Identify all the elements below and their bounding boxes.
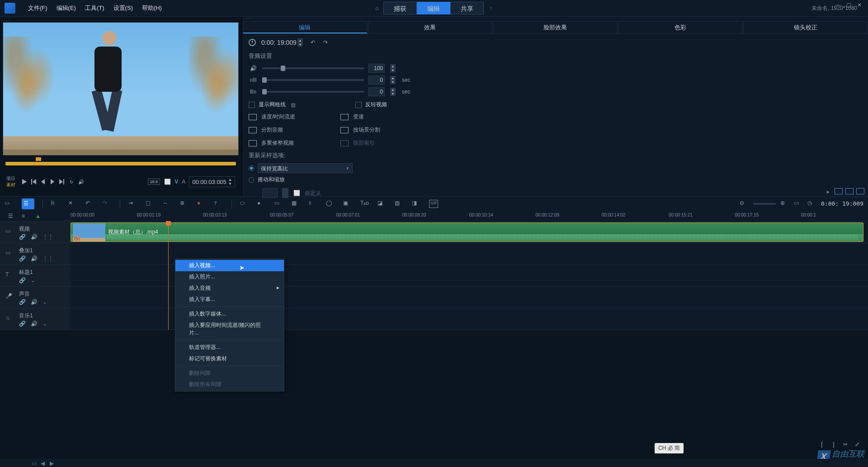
fadein-input[interactable] [368,75,385,85]
undo-rotate-icon[interactable]: ↶ [308,39,317,46]
resize-icon[interactable]: ⬜ [164,178,171,185]
radio-keep-aspect[interactable] [249,165,254,171]
loop-icon[interactable]: ↻ [68,178,75,185]
grid-checkbox[interactable] [249,102,255,108]
goto-end-icon[interactable] [58,178,66,185]
swatch-dropdown-icon[interactable] [282,188,288,198]
mark-out-icon[interactable]: ] [830,441,837,448]
tab-effects[interactable]: 效果 [368,21,492,33]
action-multi-trim[interactable]: 多重修整视频 [249,139,295,147]
video-clip[interactable]: 🔊视频素材（总）.mp4 [71,222,863,242]
upload-icon[interactable]: ↑ [487,5,495,12]
zoom-in-icon[interactable]: ⊕ [780,200,789,208]
track-header[interactable]: ♫音乐1🔗🔊⌄ [0,308,71,330]
mark-in-icon[interactable]: [ [818,441,826,448]
motion-icon[interactable]: ◯ [326,200,335,208]
fadeout-slider[interactable] [262,91,364,93]
nav-edit[interactable]: 编辑 [417,2,450,14]
spin-up-icon[interactable]: ▲ [297,38,303,42]
track-lock-icon[interactable]: ⋮⋮ [42,255,48,261]
cut-icon[interactable]: ✂ [842,441,849,448]
ctx-item[interactable]: 插入字幕... [175,294,284,305]
split-screen-icon[interactable]: ◪ [377,200,387,208]
zoom-out-icon[interactable]: ⊖ [740,200,749,208]
play-icon[interactable] [20,178,28,185]
expand-tracks-icon[interactable]: ▲ [35,213,42,219]
fadein-slider[interactable] [262,79,364,81]
copy-icon[interactable]: ⎘ [51,200,60,208]
zoom-slider[interactable] [753,203,776,205]
menu-file[interactable]: 文件(F) [24,4,52,12]
goto-start-icon[interactable] [30,178,37,185]
expand-icon[interactable]: ⤢ [854,441,861,448]
action-split-audio[interactable]: 分割音频 [249,126,295,134]
color-swatch[interactable] [262,188,278,198]
storyboard-view-icon[interactable]: ▭ [5,200,14,208]
track-chev-icon[interactable]: ⌄ [42,321,48,326]
ctx-item[interactable]: 插入音频▸ [175,283,284,294]
collapse-tracks-icon[interactable]: ≡ [22,213,29,219]
track-vol-icon[interactable]: 🔊 [31,299,36,304]
nav-share[interactable]: 共享 [450,2,484,14]
ctx-item[interactable]: 插入视频... [175,260,284,271]
track-vol-icon[interactable]: 🔊 [31,255,36,261]
next-frame-icon[interactable] [49,178,56,185]
pan-icon[interactable]: ▧ [395,200,404,208]
ctx-item[interactable]: 插入要应用时间流逝/频闪的照片... [175,320,284,339]
maximize-icon[interactable]: ▢ [846,2,853,8]
preview-timecode[interactable]: 00:00:03:005 ▲▼ [189,176,235,187]
tab-lens[interactable]: 镜头校正 [743,21,868,33]
track-header[interactable]: 🎤声音🔗🔊⌄ [0,287,71,308]
fit-icon[interactable]: ▢ [146,200,155,208]
ctx-item[interactable]: 标记可替换素材 [175,353,284,364]
close-icon[interactable]: ✕ [857,2,863,8]
preview-scrubber[interactable] [3,157,239,168]
aspect-toggle[interactable]: 16:9 [148,179,160,185]
action-varispeed[interactable]: 变速 [340,113,380,121]
panel-layout-icon-3[interactable] [856,188,864,194]
grip-icon[interactable]: ::::::::: [242,17,868,19]
resample-dropdown[interactable]: 保持宽高比 [258,163,353,173]
3d-icon[interactable]: T₃ᴅ [360,200,369,208]
mode-project-label[interactable]: 项目 [6,175,15,182]
transition-icon[interactable]: ⬭ [240,200,249,208]
track-header[interactable]: ▭叠加1🔗🔊⋮⋮ [0,243,71,264]
tools-icon[interactable]: ✕ [68,200,77,208]
ctx-item[interactable]: 轨道管理器... [175,342,284,353]
volume-input[interactable] [368,64,385,73]
scroll-right-icon[interactable]: ▶ [50,460,55,466]
track-vol-icon[interactable]: 🔊 [31,321,36,326]
spin-down-icon[interactable]: ▼ [297,42,303,47]
tab-face[interactable]: 脸部效果 [493,21,618,33]
track-vol-icon[interactable]: 🔊 [31,234,36,239]
track-icon[interactable]: ⫴ [309,200,318,208]
timeline-view-icon[interactable]: ☰ [22,198,34,209]
spin-down-icon[interactable]: ▼ [390,92,396,96]
panel-layout-icon-2[interactable] [845,188,854,194]
track-link-icon[interactable]: 🔗 [19,255,24,261]
track-link-icon[interactable]: 🔗 [19,321,24,326]
filter-icon[interactable]: ◨ [412,200,421,208]
clock-icon[interactable]: ◷ [807,200,816,208]
minimize-icon[interactable]: — [835,2,842,8]
track-link-icon[interactable]: 🔗 [19,277,24,283]
scroll-left-icon[interactable]: ◀ [41,460,46,466]
edit-timecode[interactable]: 0:00: 19:009 ▲▼ [261,38,303,47]
v-toggle[interactable]: V [175,179,178,185]
fadeout-input[interactable] [368,87,385,96]
timeline-ruler[interactable]: ☰ ≡ ▲ 00:00:00:0000:00:01:1900:00:03:130… [0,211,868,222]
ctx-item[interactable]: 插入照片... [175,271,284,283]
mixer-icon[interactable]: ⫯ [214,200,223,208]
grid-icon[interactable]: ▦ [292,200,301,208]
reverse-checkbox[interactable] [355,102,362,108]
spin-up-icon[interactable]: ▲ [390,88,396,92]
preview-viewport[interactable] [3,22,239,156]
track-link-icon[interactable]: 🔗 [19,299,24,304]
undo-icon[interactable]: ↶ [85,200,94,208]
track-header[interactable]: T标题1🔗⌄ [0,265,71,286]
grid-settings-icon[interactable]: ▦ [289,101,297,108]
mask-icon[interactable]: ▣ [343,200,352,208]
track-chev-icon[interactable]: ⌄ [31,277,36,283]
zoom-fit-icon[interactable]: ▭ [794,200,803,208]
redo-icon[interactable]: ↷ [103,200,112,208]
